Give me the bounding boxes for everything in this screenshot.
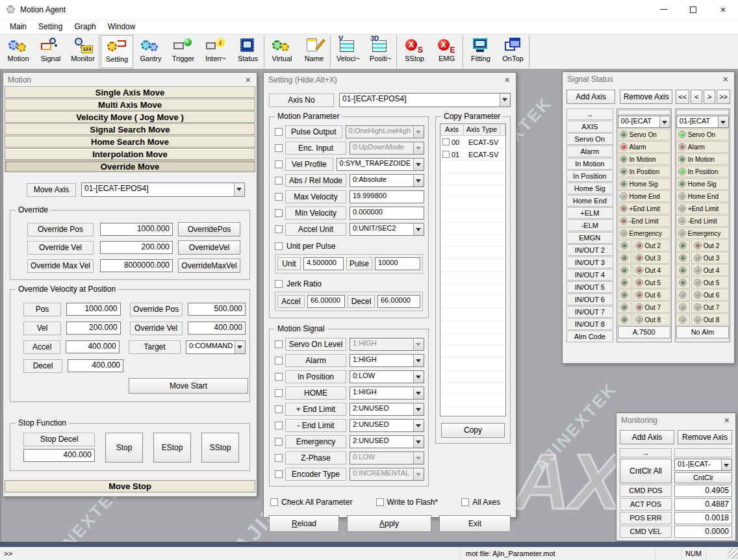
parameter-checkbox[interactable] xyxy=(275,405,283,413)
parameter-value-combo[interactable]: 0:UNIT/SEC2 xyxy=(350,223,424,236)
add-axis-button[interactable]: Add Axis xyxy=(620,430,674,444)
output-toggle-button[interactable]: Out 2 xyxy=(691,240,729,251)
parameter-checkbox[interactable] xyxy=(275,389,283,397)
output-toggle-button[interactable]: Out 6 xyxy=(633,289,670,301)
parameter-value-combo[interactable]: 0:OneHighLowHigh xyxy=(346,125,424,138)
dialog-button[interactable]: Apply xyxy=(347,515,431,532)
override-value-input[interactable]: 8000000.000 xyxy=(100,259,173,272)
motion-menu-button[interactable]: Override Move xyxy=(5,160,255,172)
copy-parameter-list[interactable]: Axis Axis Type 00 ECAT-SV 01 ECAT-SV xyxy=(440,123,506,416)
toolbar-button[interactable]: EMG xyxy=(431,35,463,68)
jerk-accel-input[interactable]: 66.00000 xyxy=(307,295,345,308)
unit-per-pulse-checkbox[interactable] xyxy=(275,242,283,250)
toolbar-button[interactable]: OnTop xyxy=(497,35,529,68)
copy-parameter-row[interactable]: 01 ECAT-SV xyxy=(440,148,505,160)
ovp-override-pos-input[interactable]: 500.000 xyxy=(188,303,246,316)
copy-header-axis[interactable]: Axis xyxy=(440,124,464,136)
parameter-checkbox[interactable] xyxy=(275,160,283,168)
footer-checkbox[interactable]: All Axes xyxy=(461,498,500,507)
menu-item[interactable]: Main xyxy=(4,21,32,32)
output-toggle-button[interactable]: Out 4 xyxy=(633,264,670,276)
motion-menu-button[interactable]: Home Search Move xyxy=(5,136,255,147)
parameter-value-combo[interactable]: 0.000000 xyxy=(350,207,424,220)
dialog-button[interactable]: Exit xyxy=(439,515,511,532)
stop-decel-input[interactable]: 400.000 xyxy=(23,449,95,462)
parameter-checkbox[interactable] xyxy=(275,438,283,446)
toolbar-button[interactable]: Trigger xyxy=(167,35,199,68)
parameter-value-combo[interactable]: 2:UNUSED xyxy=(350,435,424,448)
axis-nav-button[interactable]: >> xyxy=(717,90,730,104)
remove-axis-button[interactable]: Remove Axis xyxy=(678,430,732,444)
axis-select-combo[interactable]: 01-[ECAT xyxy=(676,116,729,128)
close-button[interactable]: × xyxy=(708,0,738,19)
axis-select-combo[interactable]: 01-[ECAT- xyxy=(674,459,732,471)
window-titlebar[interactable]: Motion Agent × xyxy=(0,0,738,19)
toolbar-button[interactable]: Name xyxy=(298,35,331,68)
axis-select-combo[interactable]: 00-[ECAT xyxy=(618,116,670,128)
target-combo[interactable]: 0:COMMAND xyxy=(186,340,246,354)
toolbar-button[interactable]: SStop xyxy=(398,35,431,68)
toolbar-button[interactable]: Monitor xyxy=(67,35,99,68)
signal-status-titlebar[interactable]: Signal Status × xyxy=(563,72,734,86)
toolbar-button[interactable]: Motion xyxy=(2,35,34,68)
toolbar-button[interactable]: Status xyxy=(232,35,264,68)
toolbar-button[interactable]: Positi~ xyxy=(364,35,397,68)
copy-button[interactable]: Copy xyxy=(441,423,505,438)
override-action-button[interactable]: OverrideMaxVel xyxy=(178,259,240,273)
add-axis-button[interactable]: Add Axis xyxy=(566,90,615,104)
close-icon[interactable]: × xyxy=(723,416,731,425)
output-toggle-button[interactable]: Out 7 xyxy=(691,301,729,313)
footer-checkbox[interactable]: Check All Parameter xyxy=(270,498,352,507)
toolbar-button[interactable]: Fitting xyxy=(464,35,497,68)
parameter-value-combo[interactable]: 0:Absolute xyxy=(350,174,424,187)
ovp-override-vel-input[interactable]: 400.000 xyxy=(188,322,246,335)
copy-axis-checkbox[interactable] xyxy=(442,138,450,146)
parameter-checkbox[interactable] xyxy=(275,422,283,429)
stop-button[interactable]: SStop xyxy=(201,433,239,463)
move-start-button[interactable]: Move Start xyxy=(129,378,248,394)
parameter-checkbox[interactable] xyxy=(275,193,283,201)
toolbar-button[interactable]: Gantry xyxy=(134,35,167,68)
toolbar-button[interactable]: Interr~ xyxy=(199,35,232,68)
pulse-input[interactable]: 10000 xyxy=(375,257,420,270)
axis-nav-button[interactable]: << xyxy=(676,90,689,104)
parameter-checkbox[interactable] xyxy=(275,340,283,348)
arrow-button[interactable]: → xyxy=(620,448,672,457)
motion-menu-button[interactable]: Velocity Move ( Jog Move ) xyxy=(5,111,255,123)
motion-menu-button[interactable]: Single Axis Move xyxy=(5,86,255,98)
copy-parameter-row[interactable]: 00 ECAT-SV xyxy=(440,136,505,148)
parameter-value-combo[interactable]: 1:HIGH xyxy=(350,338,424,351)
axis-nav-button[interactable]: < xyxy=(691,90,702,104)
output-toggle-button[interactable]: Out 3 xyxy=(691,252,729,264)
output-toggle-button[interactable]: Out 6 xyxy=(691,289,729,301)
copy-header-axis-type[interactable]: Axis Type xyxy=(464,124,500,136)
motion-panel-titlebar[interactable]: Motion × xyxy=(3,73,257,86)
pos-input[interactable]: 1000.000 xyxy=(66,303,120,316)
motion-menu-button[interactable]: Signal Search Move xyxy=(5,123,255,135)
output-toggle-button[interactable]: Out 8 xyxy=(691,314,729,325)
output-toggle-button[interactable]: Out 2 xyxy=(633,240,670,251)
copy-axis-checkbox[interactable] xyxy=(442,151,450,158)
axis-nav-button[interactable]: > xyxy=(704,90,715,104)
jerk-ratio-checkbox[interactable] xyxy=(275,280,283,288)
motion-menu-button[interactable]: Multi Axis Move xyxy=(5,99,255,110)
motion-menu-button[interactable]: Interpolation Move xyxy=(5,148,255,160)
menu-item[interactable]: Setting xyxy=(32,21,68,32)
move-axis-combo[interactable]: 01-[ECAT-EPOS4] xyxy=(81,183,245,197)
output-toggle-button[interactable]: Out 8 xyxy=(633,314,670,325)
dialog-button[interactable]: Reload xyxy=(269,515,339,532)
maximize-button[interactable] xyxy=(678,0,708,19)
parameter-checkbox[interactable] xyxy=(275,470,283,478)
override-value-input[interactable]: 200.000 xyxy=(100,241,173,254)
close-icon[interactable]: × xyxy=(244,75,252,84)
stop-button[interactable]: Stop xyxy=(105,433,143,463)
footer-checkbox[interactable]: Write to Flash* xyxy=(376,498,438,507)
output-toggle-button[interactable]: Out 7 xyxy=(633,301,670,313)
parameter-value-combo[interactable]: 2:UNUSED xyxy=(350,419,424,432)
decel-input[interactable]: 400.000 xyxy=(68,359,123,372)
menu-item[interactable]: Window xyxy=(102,21,142,32)
close-icon[interactable]: × xyxy=(503,75,511,84)
output-toggle-button[interactable]: Out 4 xyxy=(691,264,729,276)
parameter-value-combo[interactable]: 1:HIGH xyxy=(350,354,424,367)
axis-no-combo[interactable]: 01-[ECAT-EPOS4] xyxy=(339,93,511,107)
